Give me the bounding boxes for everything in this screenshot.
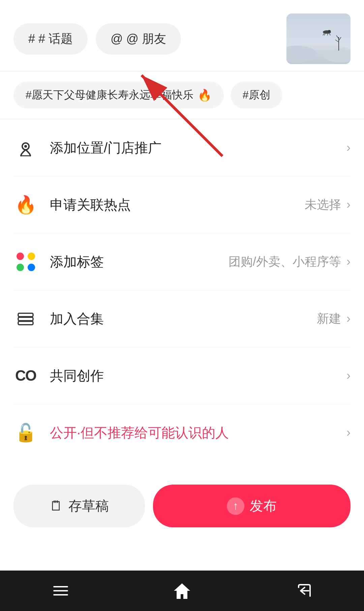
svg-rect-21 [18,313,33,317]
svg-rect-20 [18,317,33,321]
location-right: › [344,141,351,155]
svg-rect-19 [18,321,33,325]
nav-menu-button[interactable] [47,577,74,604]
tags-icon [13,250,38,274]
privacy-label: 公开·但不推荐给可能认识的人 [50,424,229,442]
svg-point-9 [328,30,331,32]
chevron-icon: › [346,312,351,326]
hotspot-fire-icon: 🔥 [13,193,38,217]
tags-label: 添加标签 [50,253,104,271]
hashtag-button[interactable]: # # 话题 [13,23,88,55]
collab-label: 共同创作 [50,367,104,385]
lock-icon: 🔓 [13,420,38,445]
menu-left-privacy: 🔓 公开·但不推荐给可能认识的人 [13,420,229,445]
upload-icon: ↑ [227,497,244,515]
hashtag-label: # 话题 [38,31,73,47]
privacy-right: › [344,426,351,440]
location-icon [13,136,38,160]
collection-right: 新建 › [317,311,351,327]
menu-section: 添加位置/门店推广 › 🔥 申请关联热点 未选择 › [0,119,364,461]
menu-left-collection: 加入合集 [13,307,104,331]
chevron-icon: › [346,426,351,440]
publish-label: 发布 [250,497,277,515]
hashtag-text-2: #原创 [243,88,270,103]
menu-item-privacy[interactable]: 🔓 公开·但不推荐给可能认识的人 › [13,404,351,461]
tags-right: 团购/外卖、小程序等 › [229,254,351,270]
tags-hint: 团购/外卖、小程序等 [229,254,341,270]
mention-button[interactable]: @ @ 朋友 [96,23,181,55]
menu-left-tags: 添加标签 [13,250,104,274]
menu-item-collection[interactable]: 加入合集 新建 › [13,290,351,347]
chevron-icon: › [346,255,351,269]
chevron-icon: › [346,141,351,155]
at-icon: @ [111,32,123,46]
nav-bar [0,571,364,611]
svg-line-18 [142,75,222,156]
hash-icon: # [28,32,35,46]
co-icon: CO [13,363,38,388]
svg-point-15 [24,145,27,148]
tag-buttons: # # 话题 @ @ 朋友 [13,23,181,55]
hotspot-status: 未选择 [305,197,341,213]
bottom-buttons: 🗒 存草稿 ↑ 发布 [0,474,364,537]
draft-icon: 🗒 [50,498,63,514]
chevron-icon: › [346,369,351,383]
menu-left-hotspot: 🔥 申请关联热点 [13,193,131,217]
cover-image[interactable]: 选封面 [286,13,351,64]
publish-button[interactable]: ↑ 发布 [153,485,351,527]
draft-label: 存草稿 [68,497,109,515]
hotspot-label: 申请关联热点 [50,196,131,214]
nav-back-button[interactable] [290,577,317,604]
menu-item-hotspot[interactable]: 🔥 申请关联热点 未选择 › [13,176,351,233]
hashtag-chip-2[interactable]: #原创 [231,82,282,109]
menu-item-collab[interactable]: CO 共同创作 › [13,347,351,404]
nav-home-button[interactable] [169,577,195,604]
svg-marker-25 [174,583,190,599]
hotspot-right: 未选择 › [305,197,351,213]
menu-left-collab: CO 共同创作 [13,363,104,388]
draft-button[interactable]: 🗒 存草稿 [13,485,145,527]
collection-icon [13,307,38,331]
collab-right: › [344,369,351,383]
collection-hint: 新建 [317,311,341,327]
menu-item-tags[interactable]: 添加标签 团购/外卖、小程序等 › [13,233,351,290]
mention-label: @ 朋友 [126,31,166,47]
chevron-icon: › [346,198,351,212]
collection-label: 加入合集 [50,310,104,328]
